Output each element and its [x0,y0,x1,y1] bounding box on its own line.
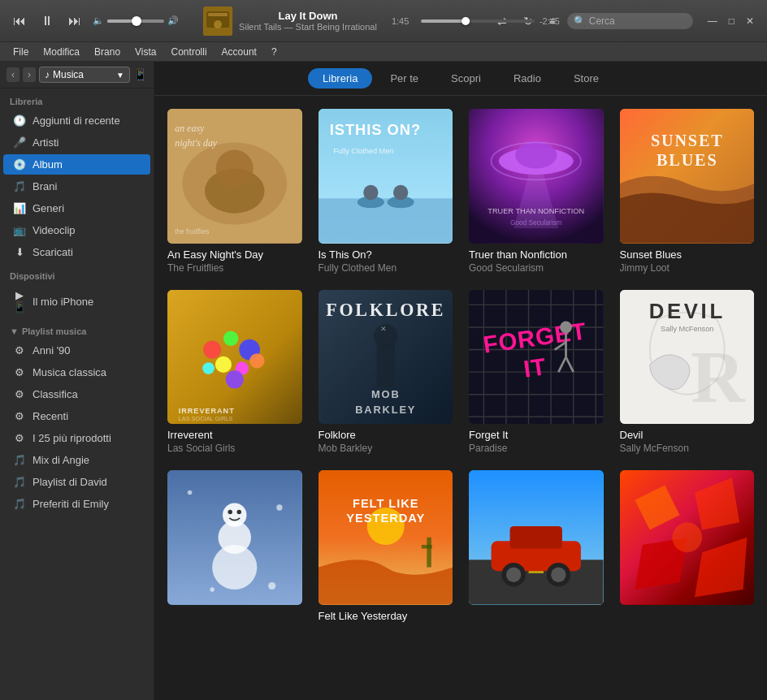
album-card-devil[interactable]: R DEVIL Sally McFenson Devil Sally McFen… [620,290,755,455]
menu-modifica[interactable]: Modifica [37,45,86,59]
menu-vista[interactable]: Vista [128,45,162,59]
search-box[interactable]: 🔍 [567,13,693,29]
sidebar-item-iphone[interactable]: ▶ 📱 Il mio iPhone [3,285,150,318]
sidebar-item-scaricati[interactable]: ⬇ Scaricati [3,242,150,262]
svg-text:DEVIL: DEVIL [648,299,725,322]
album-card-irreverent[interactable]: IRREVERANT LAS SOCIAL GIRLS Irreverent L… [167,290,302,455]
sidebar-item-videoclip[interactable]: 📺 Videoclip [3,220,150,240]
tab-perte[interactable]: Per te [375,68,433,89]
album-name-truer: Truer than Nonfiction [469,248,604,261]
svg-text:R: R [691,335,746,417]
svg-point-75 [228,510,232,515]
sidebar-label-artisti: Artisti [32,136,141,149]
playlist-section-label[interactable]: ▼ Playlist musica [0,318,154,339]
album-card-felt[interactable]: FELT LIKE YESTERDAY Felt Like Yesterday [318,470,453,624]
nav-forward-button[interactable]: › [23,67,36,82]
menu-help[interactable]: ? [265,45,284,59]
svg-rect-83 [427,538,431,568]
maximize-button[interactable]: □ [724,14,739,28]
gear-icon-recenti: ⚙ [13,410,26,422]
svg-text:BLUES: BLUES [656,151,718,169]
sidebar-item-classica[interactable]: ⚙ Musica classica [3,362,150,382]
sidebar-item-prefemily[interactable]: 🎵 Preferiti di Emily [3,494,150,514]
play-pause-button[interactable]: ⏸ [36,11,58,32]
album-card-isthison[interactable]: ISTHIS ON? Fully Clothed Men Is This On?… [318,109,453,274]
album-card-snow[interactable] [167,470,302,624]
svg-point-79 [210,587,214,592]
sidebar-item-mixangie[interactable]: 🎵 Mix di Angie [3,450,150,470]
svg-rect-29 [167,290,302,425]
album-cover-car [469,470,604,605]
sidebar-label-brani: Brani [32,180,141,192]
now-playing-info: Lay It Down Silent Tails — Start Being I… [239,10,377,32]
album-card-truer[interactable]: TRUER THAN NONFICTION Good Secularism Tr… [469,109,604,274]
download-icon: ⬇ [13,246,26,258]
sidebar-label-mixangie: Mix di Angie [32,454,141,466]
album-card-sunset[interactable]: SUNSET BLUES Sunset Blues Jimmy Loot [620,109,755,274]
search-input[interactable] [589,15,687,27]
album-cover-snow [167,470,302,605]
tab-store[interactable]: Store [559,68,613,89]
svg-text:✕: ✕ [380,324,391,332]
bar-chart-icon: 📊 [13,202,26,214]
svg-point-16 [392,185,407,200]
svg-text:FOLKLORE: FOLKLORE [326,300,445,320]
album-artist-devil: Sally McFenson [620,443,755,454]
sidebar-item-brani[interactable]: 🎵 Brani [3,176,150,197]
sidebar-item-classifica[interactable]: ⚙ Classifica [3,384,150,404]
note-icon-david: 🎵 [13,476,26,488]
nav-back-button[interactable]: ‹ [6,67,20,82]
sidebar-item-artisti[interactable]: 🎤 Artisti [3,132,150,153]
album-cover-irreverent: IRREVERANT LAS SOCIAL GIRLS [167,290,302,425]
tab-libreria[interactable]: Libreria [308,68,372,89]
sidebar-item-generi[interactable]: 📊 Generi [3,198,150,218]
note-icon-emily: 🎵 [13,498,26,510]
svg-point-76 [237,510,242,515]
sidebar-item-album[interactable]: 💿 Album [3,154,150,175]
playlist-section-text: Playlist musica [22,326,87,336]
clock-icon: 🕐 [13,115,26,127]
album-card-abstract[interactable] [620,470,755,624]
album-artist-truer: Good Secularism [469,262,604,274]
source-selector[interactable]: ♪ Musica ▼ [39,67,130,83]
album-card-easy-night[interactable]: an easy night's day the fruitflies An Ea… [167,109,302,274]
volume-slider[interactable]: 🔈 🔊 [93,15,179,26]
progress-section[interactable]: 1:45 -2:45 [392,16,564,26]
gear-icon-classifica: ⚙ [13,388,26,400]
svg-point-78 [276,504,282,510]
source-label: Musica [53,69,84,80]
sidebar-item-playlistdavid[interactable]: 🎵 Playlist di David [3,472,150,492]
menu-account[interactable]: Account [215,45,263,59]
menu-brano[interactable]: Brano [88,45,127,59]
close-button[interactable]: ✕ [741,14,759,28]
album-artist-isthison: Fully Clothed Men [318,262,453,274]
window-controls: — □ ✕ [703,14,759,28]
now-playing-thumb [203,6,232,36]
album-card-car[interactable] [469,470,604,624]
album-card-folklore[interactable]: FOLKLORE ✕ MOB BARKLEY Folklore Mob Bark… [318,290,453,455]
svg-rect-91 [510,526,562,549]
album-cover-folklore: FOLKLORE ✕ MOB BARKLEY [318,290,453,425]
menu-controlli[interactable]: Controlli [165,45,214,59]
prev-button[interactable]: ⏮ [8,11,31,32]
sidebar-item-recenti[interactable]: ⚙ Recenti [3,406,150,426]
svg-point-3 [214,20,222,28]
sidebar-item-i25[interactable]: ⚙ I 25 più riprodotti [3,428,150,448]
tab-scopri[interactable]: Scopri [436,68,496,89]
svg-point-95 [551,568,566,582]
svg-point-36 [249,353,264,368]
album-artist-sunset: Jimmy Loot [620,262,755,274]
mobile-device-icon[interactable]: 📱 [133,68,147,81]
svg-text:Sally McFenson: Sally McFenson [661,325,713,333]
albums-grid: an easy night's day the fruitflies An Ea… [167,109,754,624]
minimize-button[interactable]: — [703,14,722,28]
tab-radio[interactable]: Radio [499,68,556,89]
svg-text:Good Secularism: Good Secularism [510,219,562,227]
menubar: File Modifica Brano Vista Controlli Acco… [0,42,767,62]
menu-file[interactable]: File [6,45,35,59]
sidebar-item-aggiunti[interactable]: 🕐 Aggiunti di recente [3,110,150,131]
sidebar-item-anni90[interactable]: ⚙ Anni '90 [3,340,150,361]
next-button[interactable]: ⏭ [63,11,86,32]
svg-text:an easy: an easy [175,123,205,134]
album-card-forget[interactable]: FORGET IT Forget It Paradise [469,290,604,455]
